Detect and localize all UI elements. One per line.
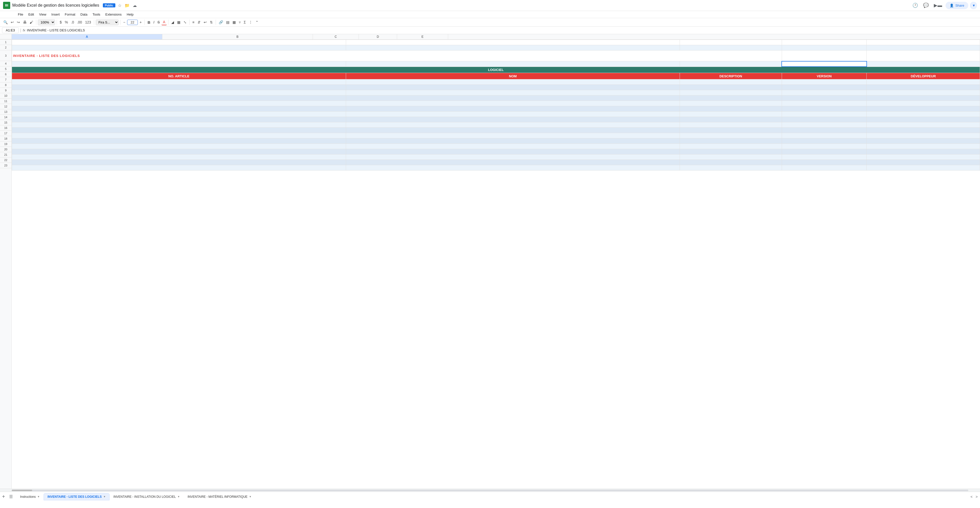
cell-d2[interactable]: [782, 45, 867, 51]
row-num-8[interactable]: 8: [0, 83, 11, 88]
cell-e20[interactable]: [867, 149, 980, 154]
cell-d19[interactable]: [782, 144, 867, 149]
cell-b4[interactable]: [346, 61, 680, 67]
row-num-1[interactable]: 1: [0, 40, 11, 45]
row-num-5[interactable]: 5: [0, 66, 11, 72]
cell-a10[interactable]: [12, 96, 346, 101]
cell-a15[interactable]: [12, 122, 346, 127]
redo-button[interactable]: ↪: [16, 19, 21, 25]
cell-b14[interactable]: [346, 117, 680, 122]
row-num-9[interactable]: 9: [0, 88, 11, 93]
cell-b12[interactable]: [346, 106, 680, 111]
more-options-button[interactable]: ⋮: [248, 19, 254, 25]
cell-e21[interactable]: [867, 154, 980, 160]
cell-b23[interactable]: [346, 165, 680, 170]
row-num-11[interactable]: 11: [0, 99, 11, 104]
cell-e13[interactable]: [867, 111, 980, 117]
cell-c22[interactable]: [680, 160, 782, 165]
row-num-21[interactable]: 21: [0, 152, 11, 158]
zoom-selector[interactable]: 100% 75% 50% 125% 150%: [38, 19, 55, 25]
row-num-7[interactable]: 7: [0, 77, 11, 83]
cell-b7[interactable]: [346, 80, 680, 85]
cell-e15[interactable]: [867, 122, 980, 127]
dec-increase-button[interactable]: .00: [76, 19, 83, 25]
cell-b17[interactable]: [346, 133, 680, 139]
cell-a23[interactable]: [12, 165, 346, 170]
cell-e6[interactable]: DÉVELOPPEUR: [867, 73, 980, 80]
cell-d3[interactable]: [782, 51, 867, 61]
cell-b2[interactable]: [346, 45, 680, 51]
cell-a12[interactable]: [12, 106, 346, 111]
cell-c4[interactable]: [680, 61, 782, 67]
collapse-toolbar-button[interactable]: ⌃: [254, 19, 260, 25]
cell-e8[interactable]: [867, 85, 980, 90]
cell-a8[interactable]: [12, 85, 346, 90]
menu-file[interactable]: File: [15, 11, 26, 18]
cell-a7[interactable]: [12, 80, 346, 85]
borders-button[interactable]: ▦: [176, 19, 182, 25]
percent-button[interactable]: %: [64, 19, 69, 25]
tab-inventaire-logiciels[interactable]: INVENTAIRE - LISTE DES LOGICIELS ▼: [44, 493, 110, 500]
cell-a3[interactable]: INVENTAIRE - LISTE DES LOGICIELS: [12, 51, 782, 61]
tab-installation-logiciel[interactable]: INVENTAIRE - INSTALLATION DU LOGICIEL ▼: [110, 493, 184, 500]
cell-c20[interactable]: [680, 149, 782, 154]
cell-c10[interactable]: [680, 96, 782, 101]
cell-c19[interactable]: [680, 144, 782, 149]
cell-c7[interactable]: [680, 80, 782, 85]
cell-a6[interactable]: NO. ARTICLE: [12, 73, 346, 80]
cell-d12[interactable]: [782, 106, 867, 111]
cell-b18[interactable]: [346, 139, 680, 144]
cell-e9[interactable]: [867, 90, 980, 96]
cell-c11[interactable]: [680, 101, 782, 106]
menu-extensions[interactable]: Extensions: [103, 11, 124, 18]
cell-d21[interactable]: [782, 154, 867, 160]
cell-e1[interactable]: [867, 40, 980, 45]
menu-view[interactable]: View: [37, 11, 49, 18]
folder-icon[interactable]: 📁: [124, 3, 130, 8]
cell-d17[interactable]: [782, 133, 867, 139]
cell-e14[interactable]: [867, 117, 980, 122]
font-size-decrease[interactable]: −: [122, 19, 127, 25]
cell-b22[interactable]: [346, 160, 680, 165]
cell-b9[interactable]: [346, 90, 680, 96]
insert-chart-button[interactable]: ▦: [231, 19, 237, 25]
add-sheet-button[interactable]: +: [0, 493, 7, 501]
tab-nav-next[interactable]: >: [974, 494, 979, 500]
v-align-button[interactable]: ⇵: [196, 19, 202, 25]
cell-c13[interactable]: [680, 111, 782, 117]
row-num-17[interactable]: 17: [0, 131, 11, 136]
insert-comment-button[interactable]: ▤: [225, 19, 231, 25]
camera-button[interactable]: ▶▬: [932, 2, 943, 9]
cell-d20[interactable]: [782, 149, 867, 154]
col-header-a[interactable]: A: [12, 34, 162, 39]
cell-a22[interactable]: [12, 160, 346, 165]
cell-c14[interactable]: [680, 117, 782, 122]
tab-materiel-informatique[interactable]: INVENTAIRE - MATÉRIEL INFORMATIQUE ▼: [184, 493, 256, 500]
cell-b15[interactable]: [346, 122, 680, 127]
cell-a20[interactable]: [12, 149, 346, 154]
cell-b16[interactable]: [346, 127, 680, 133]
menu-edit[interactable]: Edit: [26, 11, 37, 18]
h-align-button[interactable]: ≡: [191, 19, 196, 25]
cell-b21[interactable]: [346, 154, 680, 160]
cell-c18[interactable]: [680, 139, 782, 144]
cell-reference[interactable]: [2, 27, 19, 33]
strikethrough-button[interactable]: S: [156, 19, 161, 25]
row-num-16[interactable]: 16: [0, 125, 11, 131]
row-num-20[interactable]: 20: [0, 147, 11, 152]
row-num-6[interactable]: 6: [0, 72, 11, 77]
history-button[interactable]: 🕐: [911, 2, 920, 9]
cell-b20[interactable]: [346, 149, 680, 154]
cell-e7[interactable]: [867, 80, 980, 85]
cell-d7[interactable]: [782, 80, 867, 85]
cell-c15[interactable]: [680, 122, 782, 127]
cell-b6[interactable]: NOM: [346, 73, 680, 80]
currency-button[interactable]: $: [59, 19, 63, 25]
cell-d16[interactable]: [782, 127, 867, 133]
row-num-15[interactable]: 15: [0, 120, 11, 125]
cell-e2[interactable]: [867, 45, 980, 51]
cell-a14[interactable]: [12, 117, 346, 122]
horizontal-scrollbar[interactable]: [0, 489, 980, 492]
cell-c17[interactable]: [680, 133, 782, 139]
menu-data[interactable]: Data: [78, 11, 90, 18]
